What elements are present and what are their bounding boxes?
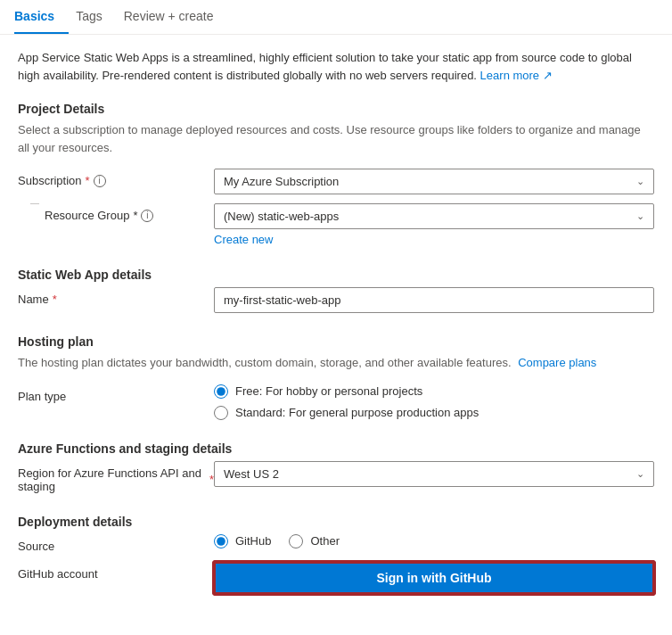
github-account-control: Sign in with GitHub (214, 562, 654, 594)
hosting-plan-title: Hosting plan (18, 334, 654, 349)
plan-type-radio-group: Free: For hobby or personal projects Sta… (214, 384, 654, 420)
main-content: App Service Static Web Apps is a streaml… (0, 35, 672, 630)
region-label: Region for Azure Functions API and stagi… (18, 461, 214, 493)
radio-free[interactable]: Free: For hobby or personal projects (214, 384, 654, 399)
radio-other[interactable]: Other (289, 534, 340, 548)
tab-review-create[interactable]: Review + create (124, 0, 228, 34)
resource-group-label: Resource Group * i (45, 203, 214, 222)
source-label: Source (18, 534, 214, 553)
resource-group-dropdown[interactable]: (New) static-web-apps ⌄ (214, 203, 654, 229)
radio-github-label: GitHub (235, 534, 271, 548)
project-details-title: Project Details (18, 102, 654, 116)
name-label: Name * (18, 287, 214, 306)
tab-basics[interactable]: Basics (14, 0, 69, 34)
project-details-section: Project Details Select a subscription to… (18, 102, 654, 246)
radio-standard-input[interactable] (214, 406, 228, 420)
region-control: West US 2 ⌄ (214, 461, 654, 487)
radio-standard-label: Standard: For general purpose production… (235, 406, 479, 419)
source-row: Source GitHub Other (18, 534, 654, 553)
radio-other-input[interactable] (289, 534, 303, 548)
static-web-app-title: Static Web App details (18, 268, 654, 282)
hosting-plan-subtitle: The hosting plan dictates your bandwidth… (18, 354, 654, 372)
azure-functions-section: Azure Functions and staging details Regi… (18, 441, 654, 493)
resource-group-row: Resource Group * i (New) static-web-apps… (18, 203, 654, 246)
region-dropdown-arrow: ⌄ (636, 468, 644, 480)
radio-other-label: Other (310, 534, 340, 548)
static-web-app-details-section: Static Web App details Name * (18, 268, 654, 313)
resource-group-control: (New) static-web-apps ⌄ Create new (214, 203, 654, 246)
project-details-subtitle: Select a subscription to manage deployed… (18, 121, 654, 156)
subscription-info-icon[interactable]: i (94, 175, 106, 187)
subscription-dropdown-arrow: ⌄ (636, 176, 644, 187)
deployment-title: Deployment details (18, 515, 654, 529)
tab-bar: Basics Tags Review + create (0, 0, 672, 35)
region-dropdown[interactable]: West US 2 ⌄ (214, 461, 654, 487)
resource-group-required: * (133, 209, 137, 222)
tab-tags[interactable]: Tags (76, 0, 117, 34)
compare-plans-link[interactable]: Compare plans (518, 356, 596, 369)
name-required: * (53, 293, 57, 306)
create-new-link[interactable]: Create new (214, 233, 273, 246)
resource-group-dropdown-arrow: ⌄ (636, 210, 644, 222)
name-input[interactable] (214, 287, 654, 313)
plan-type-control: Free: For hobby or personal projects Sta… (214, 384, 654, 420)
plan-type-row: Plan type Free: For hobby or personal pr… (18, 384, 654, 420)
github-account-row: GitHub account Sign in with GitHub (18, 562, 654, 594)
region-row: Region for Azure Functions API and stagi… (18, 461, 654, 493)
subscription-row: Subscription * i My Azure Subscription ⌄ (18, 169, 654, 194)
hosting-plan-section: Hosting plan The hosting plan dictates y… (18, 334, 654, 420)
subscription-label: Subscription * i (18, 169, 214, 187)
radio-github-input[interactable] (214, 534, 228, 548)
resource-group-info-icon[interactable]: i (141, 210, 153, 222)
azure-functions-title: Azure Functions and staging details (18, 441, 654, 456)
subscription-control: My Azure Subscription ⌄ (214, 169, 654, 194)
subscription-required: * (86, 174, 90, 187)
name-row: Name * (18, 287, 654, 313)
external-link-icon: ↗ (543, 69, 553, 82)
github-account-label: GitHub account (18, 562, 214, 581)
source-control: GitHub Other (214, 534, 654, 548)
subscription-dropdown[interactable]: My Azure Subscription ⌄ (214, 169, 654, 194)
radio-free-label: Free: For hobby or personal projects (235, 384, 422, 398)
deployment-details-section: Deployment details Source GitHub Other G… (18, 515, 654, 594)
page-description: App Service Static Web Apps is a streaml… (18, 49, 654, 84)
plan-type-label: Plan type (18, 384, 214, 403)
source-radio-group: GitHub Other (214, 534, 654, 548)
name-control (214, 287, 654, 313)
learn-more-link[interactable]: Learn more ↗ (480, 69, 553, 82)
radio-github[interactable]: GitHub (214, 534, 271, 548)
radio-free-input[interactable] (214, 384, 228, 399)
radio-standard[interactable]: Standard: For general purpose production… (214, 406, 654, 420)
signin-github-button[interactable]: Sign in with GitHub (214, 562, 654, 594)
